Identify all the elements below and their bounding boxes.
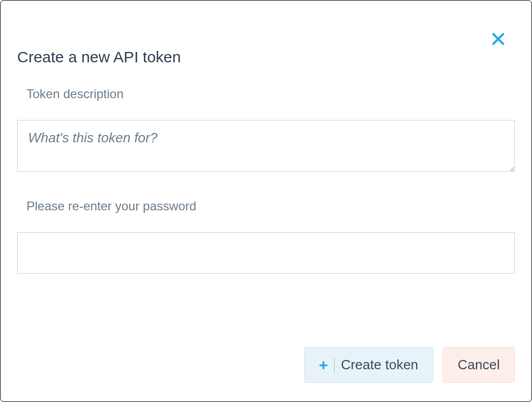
create-token-button[interactable]: + Create token (304, 347, 433, 383)
close-button[interactable] (486, 26, 511, 53)
create-token-label: Create token (341, 357, 418, 373)
description-input[interactable] (17, 120, 515, 172)
password-group: Please re-enter your password (17, 199, 515, 274)
description-label: Token description (26, 87, 515, 101)
password-label: Please re-enter your password (26, 199, 515, 213)
password-input[interactable] (17, 232, 515, 274)
cancel-button[interactable]: Cancel (443, 347, 515, 383)
description-group: Token description (17, 87, 515, 174)
close-icon (490, 31, 507, 47)
create-token-modal: Create a new API token Token description… (1, 1, 531, 401)
cancel-label: Cancel (458, 357, 500, 373)
button-divider (334, 358, 335, 372)
plus-icon: + (319, 357, 328, 373)
button-row: + Create token Cancel (17, 347, 515, 385)
modal-title: Create a new API token (17, 48, 515, 66)
